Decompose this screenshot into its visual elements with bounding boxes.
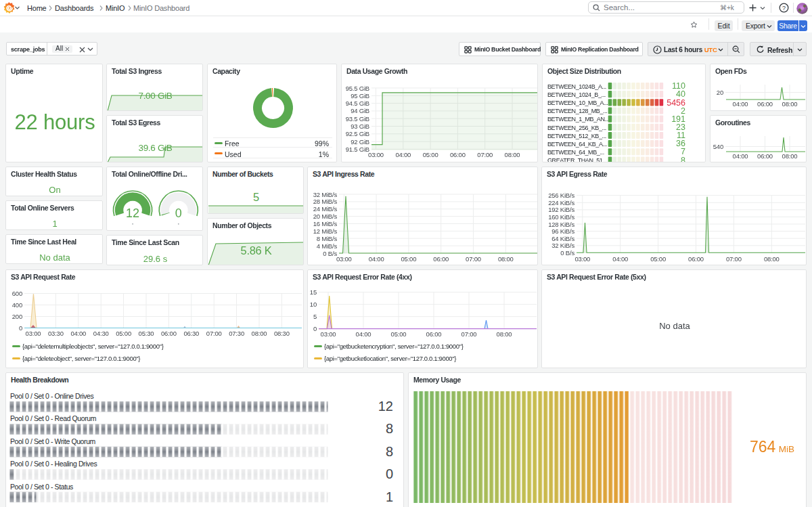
svg-text:128 KiB/s: 128 KiB/s [548, 221, 574, 228]
svg-text:07:00: 07:00 [461, 330, 477, 338]
svg-text:08:00: 08:00 [497, 330, 512, 338]
svg-text:06:00: 06:00 [757, 152, 773, 160]
svg-text:07:30: 07:30 [229, 330, 244, 337]
svg-text:03:30: 03:30 [48, 330, 64, 337]
svg-text:12: 12 [126, 206, 139, 220]
svg-text:BETWEEN_256_KB_...: BETWEEN_256_KB_... [547, 125, 606, 131]
svg-text:94 GiB: 94 GiB [351, 107, 369, 114]
svg-text:07:00: 07:00 [466, 255, 481, 263]
svg-text:04:00: 04:00 [612, 255, 628, 263]
svg-text:95 GiB: 95 GiB [351, 92, 369, 100]
svg-text:BETWEEN_1_MB_AN...: BETWEEN_1_MB_AN... [547, 116, 609, 123]
svg-text:07:00: 07:00 [206, 330, 222, 337]
svg-text:03:00: 03:00 [368, 151, 384, 158]
svg-text:BETWEEN_1024_B_...: BETWEEN_1024_B_... [547, 91, 606, 98]
svg-text:04:00: 04:00 [733, 152, 748, 160]
svg-text:94.5 GiB: 94.5 GiB [346, 100, 369, 107]
svg-text:03:00: 03:00 [321, 330, 336, 338]
svg-text:92.5 GiB: 92.5 GiB [346, 130, 369, 137]
svg-text:8: 8 [386, 444, 393, 459]
svg-text:05:00: 05:00 [650, 255, 666, 263]
svg-text:08:30: 08:30 [274, 330, 290, 337]
svg-text:0 B/s: 0 B/s [560, 249, 574, 257]
svg-text:10: 10 [310, 301, 317, 308]
svg-text:06:00: 06:00 [757, 100, 773, 108]
svg-text:Pool 0 / Set 0 - Online Drives: Pool 0 / Set 0 - Online Drives [10, 392, 94, 400]
svg-text:540: 540 [713, 143, 723, 150]
svg-text:200: 200 [12, 313, 22, 320]
svg-text:20 MiB/s: 20 MiB/s [313, 213, 338, 220]
svg-text:GREATER_THAN_51...: GREATER_THAN_51... [547, 157, 607, 162]
svg-text:05:00: 05:00 [391, 330, 407, 338]
svg-text:Pool 0 / Set 0 - Read Quorum: Pool 0 / Set 0 - Read Quorum [10, 414, 97, 422]
svg-text:06:00: 06:00 [426, 330, 442, 338]
svg-text:06:00: 06:00 [688, 255, 704, 263]
svg-text:05:00: 05:00 [116, 330, 131, 337]
svg-text:8: 8 [386, 421, 393, 436]
svg-text:05:00: 05:00 [423, 151, 438, 158]
svg-text:04:30: 04:30 [93, 330, 109, 337]
svg-text:1: 1 [386, 489, 393, 504]
svg-text:06:00: 06:00 [450, 151, 466, 158]
svg-text:0: 0 [19, 324, 22, 332]
svg-text:0: 0 [386, 466, 393, 481]
svg-text:04:00: 04:00 [70, 330, 86, 337]
svg-text:?: ? [782, 5, 786, 12]
svg-text:06:00: 06:00 [161, 330, 177, 337]
svg-text:07:00: 07:00 [477, 151, 493, 158]
svg-text:600: 600 [12, 290, 22, 297]
svg-text:32 KiB/s: 32 KiB/s [551, 242, 574, 249]
svg-text:32 MiB/s: 32 MiB/s [313, 191, 338, 198]
svg-text:06:30: 06:30 [183, 330, 199, 337]
svg-text:28 MiB/s: 28 MiB/s [313, 198, 338, 205]
svg-text:400: 400 [12, 301, 22, 309]
svg-text:0: 0 [175, 206, 182, 220]
svg-text:08:00: 08:00 [782, 152, 798, 160]
svg-text:BETWEEN_64_KB_A...: BETWEEN_64_KB_A... [547, 141, 607, 148]
svg-text:12: 12 [378, 399, 393, 414]
svg-text:Pool 0 / Set 0 - Status: Pool 0 / Set 0 - Status [10, 483, 73, 491]
svg-text:05:00: 05:00 [401, 255, 417, 263]
svg-text:15: 15 [310, 288, 317, 296]
svg-text:04:00: 04:00 [733, 100, 748, 108]
svg-text:BETWEEN_1024B_A...: BETWEEN_1024B_A... [547, 83, 606, 90]
svg-text:20: 20 [717, 89, 723, 96]
svg-text:08:00: 08:00 [764, 255, 780, 263]
svg-text:05:30: 05:30 [139, 330, 154, 337]
svg-text:5: 5 [313, 313, 317, 320]
svg-text:8 MiB/s: 8 MiB/s [317, 235, 338, 242]
svg-text:96 KiB/s: 96 KiB/s [551, 227, 574, 235]
svg-text:0: 0 [313, 325, 317, 332]
svg-text:04:00: 04:00 [369, 255, 384, 263]
svg-text:04:00: 04:00 [356, 330, 371, 338]
svg-text:08:00: 08:00 [252, 330, 267, 337]
svg-text:91.5 GiB: 91.5 GiB [346, 146, 369, 153]
svg-text:95.5 GiB: 95.5 GiB [346, 85, 369, 92]
svg-text:08:00: 08:00 [505, 151, 520, 158]
svg-text:24 MiB/s: 24 MiB/s [313, 205, 338, 213]
svg-text:12 MiB/s: 12 MiB/s [313, 227, 338, 235]
svg-text:07:00: 07:00 [726, 255, 742, 263]
svg-text:04:00: 04:00 [395, 151, 411, 158]
svg-text:192 KiB/s: 192 KiB/s [548, 206, 574, 213]
svg-text:08:00: 08:00 [782, 100, 798, 108]
svg-text:64 KiB/s: 64 KiB/s [551, 235, 574, 242]
svg-text:08:00: 08:00 [498, 255, 514, 263]
svg-text:160 KiB/s: 160 KiB/s [548, 213, 574, 221]
svg-text:BETWEEN_64_MB_...: BETWEEN_64_MB_... [547, 149, 604, 156]
svg-text:BETWEEN_128_MB_...: BETWEEN_128_MB_... [547, 108, 607, 114]
svg-text:92 GiB: 92 GiB [351, 138, 369, 146]
svg-text:BETWEEN_512_KB_...: BETWEEN_512_KB_... [547, 133, 606, 139]
svg-text:Pool 0 / Set 0 - Write Quorum: Pool 0 / Set 0 - Write Quorum [10, 437, 96, 445]
svg-text:Pool 0 / Set 0 - Healing Drive: Pool 0 / Set 0 - Healing Drives [10, 460, 97, 468]
svg-text:BETWEEN_10_MB_A...: BETWEEN_10_MB_A... [547, 100, 608, 106]
svg-text:03:00: 03:00 [26, 330, 41, 337]
svg-text:06:00: 06:00 [433, 255, 449, 263]
svg-text:4 MiB/s: 4 MiB/s [317, 242, 338, 250]
svg-text:03:00: 03:00 [336, 255, 352, 263]
svg-text:03:00: 03:00 [574, 255, 590, 263]
svg-text:0 B/s: 0 B/s [323, 250, 337, 257]
svg-text:93.5 GiB: 93.5 GiB [346, 115, 369, 123]
svg-text:93 GiB: 93 GiB [351, 123, 369, 130]
svg-text:8: 8 [681, 156, 685, 162]
